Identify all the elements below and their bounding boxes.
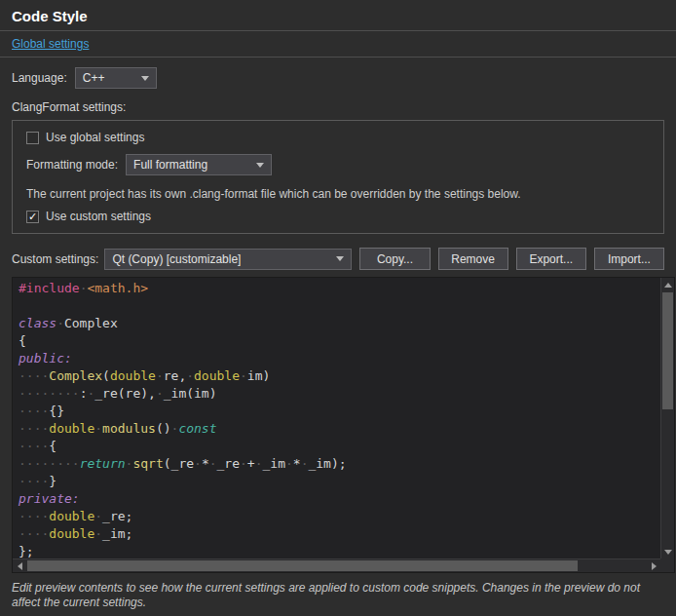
vertical-scrollbar[interactable]: [660, 278, 674, 558]
triangle-up-icon: [664, 283, 672, 288]
language-select[interactable]: C++: [75, 67, 157, 89]
global-settings-link[interactable]: Global settings: [12, 37, 89, 51]
scroll-up-icon[interactable]: [661, 278, 675, 291]
page-title: Code Style: [12, 8, 664, 25]
chevron-down-icon: [256, 163, 264, 168]
custom-settings-selected-value: Qt (Copy) [customizable]: [112, 252, 330, 266]
footer-note: Edit preview contents to see how the cur…: [12, 581, 664, 610]
horizontal-scrollbar[interactable]: [13, 558, 660, 572]
code-style-settings-page: Code Style Global settings Language: C++…: [0, 0, 676, 610]
triangle-left-icon: [18, 562, 22, 570]
checkbox-checked-icon: ✓: [26, 211, 39, 223]
chevron-down-icon: [141, 76, 149, 81]
custom-settings-label: Custom settings:: [12, 252, 98, 266]
copy-button[interactable]: Copy...: [359, 248, 430, 270]
horizontal-scrollbar-thumb[interactable]: [27, 560, 578, 571]
divider: [0, 30, 676, 31]
language-row: Language: C++: [12, 67, 664, 89]
checkbox-unchecked-icon: [26, 132, 39, 144]
formatting-mode-select[interactable]: Full formatting: [126, 154, 272, 175]
language-selected-value: C++: [83, 71, 135, 85]
clangformat-groupbox: Use global settings Formatting mode: Ful…: [12, 120, 664, 234]
clangformat-section-label: ClangFormat settings:: [12, 100, 664, 114]
scroll-down-icon[interactable]: [661, 545, 675, 558]
formatting-mode-row: Formatting mode: Full formatting: [26, 154, 650, 175]
code-editor-content[interactable]: #include·<math.h> class·Complex{public:·…: [13, 278, 660, 558]
scroll-right-icon[interactable]: [647, 559, 660, 573]
divider: [0, 57, 676, 58]
chevron-down-icon: [336, 256, 344, 261]
custom-settings-select[interactable]: Qt (Copy) [customizable]: [104, 249, 352, 270]
scrollbar-corner: [660, 558, 674, 572]
scroll-left-icon[interactable]: [13, 559, 26, 573]
formatting-mode-selected-value: Full formatting: [133, 158, 250, 172]
language-label: Language:: [12, 71, 67, 85]
code-preview-editor[interactable]: #include·<math.h> class·Complex{public:·…: [12, 277, 675, 573]
use-global-settings-checkbox[interactable]: Use global settings: [26, 131, 650, 144]
formatting-mode-label: Formatting mode:: [26, 158, 118, 172]
check-icon: ✓: [28, 212, 37, 222]
use-custom-settings-label: Use custom settings: [46, 210, 151, 223]
use-global-settings-label: Use global settings: [46, 131, 144, 144]
use-custom-settings-checkbox[interactable]: ✓ Use custom settings: [26, 210, 650, 223]
clang-format-note: The current project has its own .clang-f…: [26, 187, 650, 201]
export-button[interactable]: Export...: [516, 248, 586, 270]
triangle-down-icon: [664, 550, 672, 555]
vertical-scrollbar-thumb[interactable]: [662, 292, 673, 409]
import-button[interactable]: Import...: [594, 248, 664, 270]
triangle-right-icon: [652, 562, 657, 570]
remove-button[interactable]: Remove: [438, 248, 508, 270]
custom-settings-row: Custom settings: Qt (Copy) [customizable…: [12, 248, 664, 270]
